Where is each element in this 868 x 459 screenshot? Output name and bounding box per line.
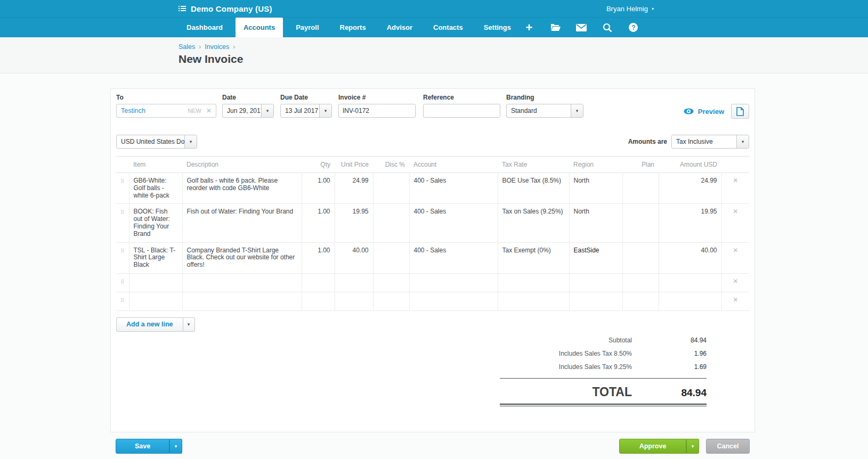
- help-button[interactable]: ?: [628, 22, 639, 33]
- date-input[interactable]: Jun 29, 2017 ▾: [222, 104, 274, 118]
- approve-button[interactable]: Approve: [619, 439, 686, 454]
- cell-item[interactable]: BOOK: Fish out of Water: Finding Your Br…: [129, 204, 182, 242]
- tab-settings[interactable]: Settings: [476, 18, 519, 37]
- cell-qty[interactable]: 1.00: [302, 204, 335, 242]
- cell-account[interactable]: 400 - Sales: [409, 173, 498, 204]
- amounts-are-select[interactable]: Tax Inclusive ▾: [671, 135, 749, 149]
- files-button[interactable]: [550, 22, 561, 33]
- add-new-line-button[interactable]: Add a new line: [116, 317, 183, 332]
- cell-qty[interactable]: [302, 292, 335, 310]
- save-button[interactable]: Save: [116, 439, 169, 454]
- drag-handle-icon[interactable]: ⠿: [116, 173, 129, 204]
- tab-advisor[interactable]: Advisor: [379, 18, 420, 37]
- branding-select[interactable]: Standard ▾: [506, 104, 583, 118]
- breadcrumb-sales[interactable]: Sales: [179, 43, 195, 51]
- cell-region[interactable]: [569, 273, 622, 292]
- cell-description[interactable]: Company Branded T-Shirt Large Black. Che…: [182, 242, 302, 273]
- drag-handle-icon[interactable]: ⠿: [116, 292, 129, 310]
- add-line-dropdown-button[interactable]: ▾: [183, 317, 195, 332]
- amounts-are-dropdown-button[interactable]: ▾: [736, 135, 749, 148]
- tab-accounts[interactable]: Accounts: [236, 18, 283, 37]
- cell-plan[interactable]: [622, 204, 659, 242]
- cell-tax-rate[interactable]: [498, 292, 569, 310]
- cell-description[interactable]: [182, 273, 302, 292]
- cell-account[interactable]: 400 - Sales: [409, 204, 498, 242]
- clear-contact-icon[interactable]: ✕: [206, 107, 212, 114]
- cell-item[interactable]: TSL - Black: T-Shirt Large Black: [129, 242, 182, 273]
- tab-contacts[interactable]: Contacts: [425, 18, 471, 37]
- cell-tax-rate[interactable]: Tax on Sales (9.25%): [498, 204, 569, 242]
- user-menu[interactable]: Bryan Helmig ▾: [606, 5, 654, 13]
- cell-tax-rate[interactable]: BOE Use Tax (8.5%): [498, 173, 569, 204]
- cell-amount[interactable]: [659, 292, 721, 310]
- cell-qty[interactable]: 1.00: [302, 173, 335, 204]
- preview-button[interactable]: Preview: [684, 108, 724, 116]
- notifications-button[interactable]: [576, 22, 587, 33]
- cell-region[interactable]: North: [569, 204, 622, 242]
- cell-account[interactable]: [409, 273, 498, 292]
- cell-tax-rate[interactable]: [498, 273, 569, 292]
- cell-unit-price[interactable]: 19.95: [335, 204, 373, 242]
- cell-unit-price[interactable]: 24.99: [335, 173, 373, 204]
- delete-row-icon[interactable]: ✕: [721, 292, 749, 310]
- add-new-button[interactable]: +: [524, 22, 534, 33]
- cell-region[interactable]: North: [569, 173, 622, 204]
- cell-unit-price[interactable]: [335, 292, 373, 310]
- cell-description[interactable]: [182, 292, 302, 310]
- contact-name-link[interactable]: Testinch: [121, 107, 188, 114]
- cell-disc[interactable]: [373, 273, 409, 292]
- cell-qty[interactable]: [302, 273, 335, 292]
- contact-picker[interactable]: Testinch NEW ✕: [116, 104, 216, 118]
- date-dropdown-button[interactable]: ▾: [261, 104, 273, 117]
- cell-description[interactable]: Golf balls - white 6 pack. Please reorde…: [182, 173, 302, 204]
- cell-item[interactable]: [129, 292, 182, 310]
- cell-account[interactable]: [409, 292, 498, 310]
- cell-item[interactable]: GB6-White: Golf balls - white 6-pack: [129, 173, 182, 204]
- due-date-input[interactable]: 13 Jul 2017 ▾: [280, 104, 332, 118]
- cell-region[interactable]: EastSide: [569, 242, 622, 273]
- cell-qty[interactable]: 1.00: [302, 242, 335, 273]
- cell-disc[interactable]: [373, 204, 409, 242]
- search-button[interactable]: [602, 22, 613, 33]
- tab-reports[interactable]: Reports: [332, 18, 374, 37]
- cell-disc[interactable]: [373, 292, 409, 310]
- delete-row-icon[interactable]: ✕: [721, 173, 749, 204]
- cell-plan[interactable]: [622, 273, 659, 292]
- cell-amount[interactable]: 24.99: [659, 173, 721, 204]
- cell-plan[interactable]: [622, 173, 659, 204]
- breadcrumb-invoices[interactable]: Invoices: [205, 43, 229, 51]
- cancel-button[interactable]: Cancel: [706, 439, 750, 454]
- invoice-number-input[interactable]: [338, 104, 416, 118]
- due-date-dropdown-button[interactable]: ▾: [319, 104, 331, 117]
- cell-disc[interactable]: [373, 242, 409, 273]
- cell-region[interactable]: [569, 292, 622, 310]
- cell-tax-rate[interactable]: Tax Exempt (0%): [498, 242, 569, 273]
- delete-row-icon[interactable]: ✕: [721, 242, 749, 273]
- cell-amount[interactable]: 40.00: [659, 242, 721, 273]
- currency-dropdown-button[interactable]: ▾: [184, 135, 197, 148]
- print-pdf-button[interactable]: [731, 104, 749, 119]
- cell-amount[interactable]: [659, 273, 721, 292]
- cell-disc[interactable]: [373, 173, 409, 204]
- delete-row-icon[interactable]: ✕: [721, 273, 749, 292]
- cell-account[interactable]: 400 - Sales: [409, 242, 498, 273]
- currency-select[interactable]: USD United States Dollar ▾: [116, 135, 197, 149]
- cell-item[interactable]: [129, 273, 182, 292]
- drag-handle-icon[interactable]: ⠿: [116, 273, 129, 292]
- approve-dropdown-button[interactable]: ▾: [686, 439, 699, 454]
- cell-unit-price[interactable]: 40.00: [335, 242, 373, 273]
- save-dropdown-button[interactable]: ▾: [169, 439, 182, 454]
- tab-dashboard[interactable]: Dashboard: [179, 18, 231, 37]
- cell-description[interactable]: Fish out of Water: Finding Your Brand: [182, 204, 302, 242]
- tab-payroll[interactable]: Payroll: [288, 18, 327, 37]
- branding-dropdown-button[interactable]: ▾: [571, 104, 583, 117]
- org-switcher[interactable]: Demo Company (US): [179, 4, 272, 13]
- reference-input[interactable]: [423, 104, 500, 118]
- cell-plan[interactable]: [622, 292, 659, 310]
- drag-handle-icon[interactable]: ⠿: [116, 242, 129, 273]
- cell-unit-price[interactable]: [335, 273, 373, 292]
- cell-plan[interactable]: [622, 242, 659, 273]
- delete-row-icon[interactable]: ✕: [721, 204, 749, 242]
- drag-handle-icon[interactable]: ⠿: [116, 204, 129, 242]
- cell-amount[interactable]: 19.95: [659, 204, 721, 242]
